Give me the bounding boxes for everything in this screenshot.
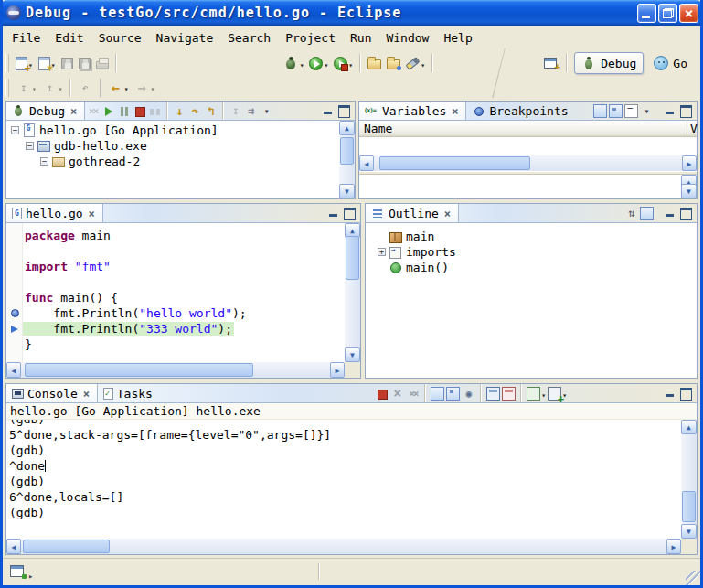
expander-icon[interactable]: −	[40, 157, 48, 166]
scroll-thumb[interactable]	[682, 491, 696, 522]
breakpoint-marker[interactable]	[6, 309, 23, 317]
dropdown-arrow-icon[interactable]	[421, 57, 425, 70]
maximize-view-button[interactable]	[343, 208, 356, 219]
variables-column-header[interactable]: Name V	[359, 121, 697, 137]
show-type-names-button[interactable]	[592, 102, 608, 120]
dropdown-arrow-icon[interactable]	[124, 80, 129, 94]
dropdown-arrow-icon[interactable]	[32, 80, 37, 94]
collapse-all-button[interactable]	[623, 102, 639, 120]
scroll-left-button[interactable]	[359, 155, 374, 171]
sort-button[interactable]	[623, 204, 639, 222]
tab-variables[interactable]: Variables	[359, 102, 466, 121]
run-button[interactable]	[307, 52, 330, 74]
fast-view-dropdown-icon[interactable]	[28, 568, 33, 582]
menu-window[interactable]: Window	[378, 28, 436, 48]
minimize-view-button[interactable]	[664, 388, 676, 399]
perspective-go[interactable]: Go	[646, 52, 695, 74]
menu-help[interactable]: Help	[436, 28, 479, 48]
debug-button[interactable]	[282, 52, 306, 74]
open-resource-button[interactable]	[366, 52, 383, 74]
remove-launch-button[interactable]	[389, 384, 405, 402]
close-window-button[interactable]	[679, 4, 698, 23]
scroll-right-button[interactable]	[682, 155, 697, 171]
restore-window-button[interactable]	[658, 4, 677, 23]
value-column-header[interactable]: V	[687, 121, 699, 136]
console-text-area[interactable]: (gdb)5^done,stack-args=[frame={level="0"…	[6, 420, 681, 539]
expander-icon[interactable]: −	[26, 142, 34, 150]
close-tab-icon[interactable]	[450, 104, 460, 118]
scroll-up-button[interactable]	[339, 121, 355, 135]
show-logical-structures-button[interactable]	[608, 102, 623, 120]
name-column-header[interactable]: Name	[364, 122, 392, 135]
fast-view-icon[interactable]	[10, 565, 24, 577]
expander-icon[interactable]: −	[11, 126, 19, 134]
editor-vertical-scrollbar[interactable]	[345, 223, 360, 362]
new-wizard-button[interactable]	[14, 52, 35, 74]
close-tab-icon[interactable]	[81, 387, 91, 401]
suspend-button[interactable]	[116, 102, 132, 120]
external-tools-button[interactable]	[332, 52, 355, 74]
instruction-marker[interactable]	[6, 326, 23, 333]
terminate-button[interactable]	[374, 384, 389, 402]
scroll-thumb[interactable]	[25, 363, 253, 377]
close-tab-icon[interactable]	[87, 207, 97, 220]
scroll-thumb[interactable]	[340, 137, 354, 165]
resume-button[interactable]	[101, 102, 116, 120]
menu-search[interactable]: Search	[220, 28, 278, 48]
scroll-right-button[interactable]	[330, 362, 345, 378]
scroll-right-button[interactable]	[666, 539, 681, 554]
menu-navigate[interactable]: Navigate	[149, 28, 221, 48]
editor-horizontal-scrollbar[interactable]	[6, 362, 345, 378]
step-filters-button[interactable]	[243, 102, 259, 120]
minimize-view-button[interactable]	[664, 208, 676, 219]
tree-item-gdb-hello-exe[interactable]: −gdb-hello.exe	[7, 138, 339, 154]
back-button[interactable]	[106, 77, 131, 99]
scroll-down-button[interactable]	[681, 184, 697, 198]
console-vertical-scrollbar[interactable]	[681, 420, 697, 539]
outline-tree[interactable]: main+importsmain()	[367, 229, 696, 377]
dropdown-arrow-icon[interactable]	[348, 57, 353, 70]
close-tab-icon[interactable]	[69, 104, 79, 118]
remove-all-launches-button[interactable]	[405, 384, 421, 402]
open-console-button[interactable]	[547, 384, 568, 402]
scroll-left-button[interactable]	[6, 362, 21, 378]
dropdown-arrow-icon[interactable]	[150, 80, 154, 94]
debug-vertical-scrollbar[interactable]	[339, 121, 355, 198]
menu-edit[interactable]: Edit	[48, 28, 91, 48]
tab-tasks[interactable]: Tasks	[98, 384, 158, 403]
editor-text-area[interactable]: package mainimport "fmt"func main() { fm…	[6, 223, 345, 362]
tree-item-main[interactable]: main()	[367, 260, 696, 275]
scroll-down-button[interactable]	[345, 347, 360, 362]
maximize-view-button[interactable]	[679, 388, 692, 399]
expander-icon[interactable]: +	[378, 248, 386, 256]
resize-grip[interactable]	[686, 571, 700, 585]
scroll-left-button[interactable]	[6, 539, 21, 554]
step-into-button[interactable]	[172, 102, 187, 120]
maximize-view-button[interactable]	[679, 208, 692, 219]
tab-hello-go[interactable]: hello.go	[6, 204, 103, 223]
scroll-thumb[interactable]	[379, 156, 530, 170]
close-tab-icon[interactable]	[442, 207, 453, 220]
tree-item-hello-go-go-application[interactable]: −hello.go [Go Application]	[7, 123, 339, 138]
tab-breakpoints[interactable]: Breakpoints	[466, 102, 573, 121]
tree-item-gothread-2[interactable]: −gothread-2	[7, 154, 339, 169]
scroll-up-button[interactable]	[681, 420, 697, 434]
filter-button[interactable]	[639, 204, 655, 222]
dropdown-arrow-icon[interactable]	[541, 387, 546, 401]
variables-detail-pane[interactable]	[359, 175, 697, 198]
dropdown-arrow-icon[interactable]	[59, 80, 63, 94]
perspective-debug[interactable]: Debug	[574, 52, 644, 74]
tree-item-main[interactable]: main	[367, 229, 696, 244]
detail-vertical-scrollbar[interactable]	[681, 175, 697, 198]
minimize-view-button[interactable]	[664, 105, 676, 116]
debug-tree[interactable]: −hello.go [Go Application]−gdb-hello.exe…	[7, 123, 339, 198]
search-button[interactable]	[404, 52, 427, 74]
minimize-window-button[interactable]	[637, 4, 656, 23]
variables-horizontal-scrollbar[interactable]	[359, 155, 697, 171]
scroll-thumb[interactable]	[23, 540, 110, 553]
maximize-view-button[interactable]	[679, 105, 692, 116]
scroll-down-button[interactable]	[339, 184, 355, 198]
toolbar-drag-handle[interactable]	[5, 54, 9, 72]
clear-console-button[interactable]	[430, 384, 445, 402]
toolbar-drag-handle[interactable]	[5, 79, 9, 97]
